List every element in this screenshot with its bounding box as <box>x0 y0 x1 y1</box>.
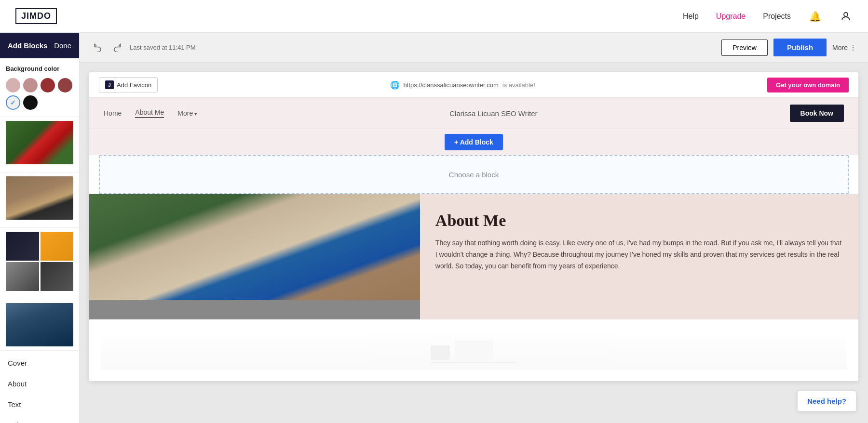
sidebar-item-columns[interactable]: Columns <box>0 415 79 423</box>
notification-icon[interactable]: 🔔 <box>808 10 822 23</box>
top-navigation: JIMDO Help Upgrade Projects 🔔 <box>0 0 868 33</box>
get-domain-button[interactable]: Get your own domain <box>767 78 849 93</box>
color-section: Background color <box>0 58 79 117</box>
about-text-area: About Me They say that nothing worth doi… <box>420 194 858 319</box>
about-image <box>89 194 420 319</box>
bottom-section <box>89 319 858 381</box>
swatch-1[interactable] <box>6 78 20 93</box>
grid-cell-4 <box>41 262 74 291</box>
more-dots-icon: ⋮ <box>850 44 856 52</box>
sidebar-item-cover[interactable]: Cover <box>0 353 79 373</box>
svg-point-13 <box>288 259 302 269</box>
canvas-scroll[interactable]: J Add Favicon 🌐 https://clarissalicuanse… <box>80 63 868 423</box>
redo-button[interactable] <box>110 41 124 54</box>
color-label: Background color <box>6 65 73 73</box>
sidebar-item-text[interactable]: Text <box>0 394 79 415</box>
image-thumb-flowers[interactable] <box>6 121 73 164</box>
svg-point-0 <box>844 13 848 16</box>
thumbnail-portrait[interactable] <box>0 299 79 351</box>
preview-button[interactable]: Preview <box>721 40 768 56</box>
writing-scene-image <box>89 194 420 300</box>
url-available-text: is available! <box>502 81 535 89</box>
add-favicon-button[interactable]: J Add Favicon <box>99 77 158 93</box>
about-title: About Me <box>435 212 843 230</box>
sidebar-items: Cover About Text Columns Image Smart App… <box>0 351 79 423</box>
add-block-button[interactable]: + Add Block <box>445 134 503 150</box>
site-title: Clarissa Licuan SEO Writer <box>449 109 537 118</box>
svg-rect-3 <box>192 211 312 288</box>
jimdo-favicon-icon: J <box>105 80 114 89</box>
undo-button[interactable] <box>91 41 105 54</box>
top-nav-right: Help Upgrade Projects 🔔 <box>683 10 853 23</box>
panel-title: Add Blocks <box>8 41 48 50</box>
swatch-4[interactable] <box>58 78 72 93</box>
swatch-2[interactable] <box>23 78 38 93</box>
editor-toolbar: Last saved at 11:41 PM Preview Publish M… <box>80 33 868 63</box>
image-thumb-grid[interactable] <box>6 232 73 291</box>
choose-block-text: Choose a block <box>449 171 499 179</box>
main-area: Add Blocks Done Background color <box>0 33 868 423</box>
nav-home[interactable]: Home <box>104 109 122 117</box>
thumbnail-laptop[interactable] <box>0 172 79 228</box>
svg-point-12 <box>278 260 293 272</box>
swatch-6[interactable] <box>23 95 38 110</box>
image-thumb-laptop[interactable] <box>6 176 73 220</box>
url-area: 🌐 https://clarissalicuanseowriter.com is… <box>390 80 535 90</box>
nav-about-me[interactable]: About Me <box>135 108 164 118</box>
svg-line-15 <box>245 241 247 242</box>
grid-cell-2 <box>41 232 74 261</box>
panel-header: Add Blocks Done <box>0 33 79 58</box>
publish-button[interactable]: Publish <box>773 39 827 56</box>
swatch-3[interactable] <box>41 78 55 93</box>
site-nav: Home About Me More Clarissa Licuan SEO W… <box>89 98 858 129</box>
svg-rect-1 <box>151 194 358 300</box>
choose-block-area[interactable]: Choose a block <box>99 155 849 194</box>
image-thumb-portrait[interactable] <box>6 303 73 346</box>
help-link[interactable]: Help <box>683 12 699 21</box>
about-section: About Me They say that nothing worth doi… <box>89 194 858 319</box>
svg-rect-2 <box>190 209 315 291</box>
saved-text: Last saved at 11:41 PM <box>130 44 196 51</box>
projects-link[interactable]: Projects <box>763 12 791 21</box>
address-bar: J Add Favicon 🌐 https://clarissalicuanse… <box>89 72 858 98</box>
toolbar-left: Last saved at 11:41 PM <box>91 41 196 54</box>
svg-rect-17 <box>455 341 493 360</box>
left-panel: Add Blocks Done Background color <box>0 33 80 423</box>
upgrade-link[interactable]: Upgrade <box>716 12 746 21</box>
more-button[interactable]: More ⋮ <box>832 44 856 52</box>
right-content: Last saved at 11:41 PM Preview Publish M… <box>80 33 868 423</box>
url-text: https://clarissalicuanseowriter.com <box>404 81 499 89</box>
account-icon[interactable] <box>839 10 853 23</box>
browser-frame: J Add Favicon 🌐 https://clarissalicuanse… <box>89 72 858 381</box>
book-now-button[interactable]: Book Now <box>790 105 844 122</box>
svg-line-14 <box>247 242 288 262</box>
svg-point-9 <box>190 262 305 300</box>
about-body: They say that nothing worth doing is eas… <box>435 238 843 272</box>
globe-icon: 🌐 <box>390 80 400 90</box>
svg-point-11 <box>268 262 285 276</box>
svg-rect-16 <box>431 345 450 360</box>
color-swatches <box>6 78 73 110</box>
swatch-5[interactable] <box>6 95 20 110</box>
nav-more[interactable]: More <box>177 109 197 117</box>
grid-cell-1 <box>6 232 39 261</box>
add-block-container: + Add Block <box>89 129 858 155</box>
toolbar-right: Preview Publish More ⋮ <box>721 39 856 56</box>
thumbnail-flowers[interactable] <box>0 117 79 172</box>
svg-point-10 <box>218 259 296 298</box>
logo[interactable]: JIMDO <box>15 8 57 24</box>
grid-cell-3 <box>6 262 39 291</box>
site-nav-links: Home About Me More <box>104 108 197 118</box>
thumbnail-grid[interactable] <box>0 228 79 299</box>
done-button[interactable]: Done <box>54 41 71 50</box>
need-help-button[interactable]: Need help? <box>797 391 856 411</box>
sidebar-item-about[interactable]: About <box>0 373 79 394</box>
